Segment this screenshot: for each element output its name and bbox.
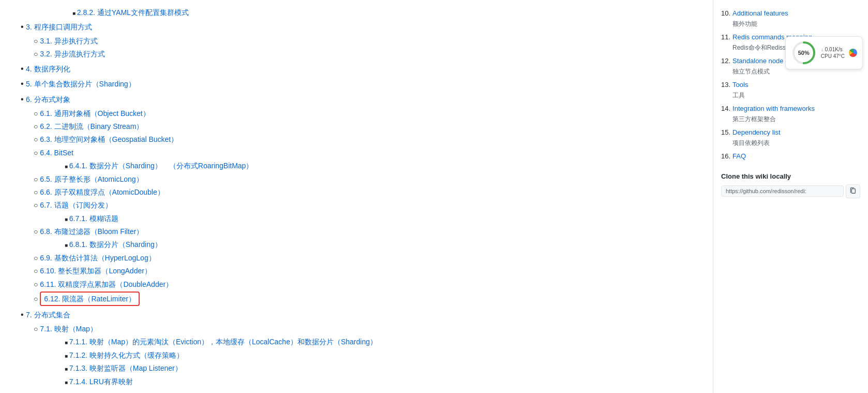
toc-link[interactable]: 5. 单个集合数据分片（Sharding） [26, 80, 136, 88]
toc-main-link[interactable]: Tools [732, 80, 748, 91]
highlighted-item: 6.12. 限流器（RateLimiter） [40, 292, 140, 306]
sidebar-toc-item-10: 10. Additional features 额外功能 [721, 8, 860, 29]
toc-link[interactable]: 6. 分布式对象 [26, 95, 70, 104]
toc-link[interactable]: 6.8.1. 数据分片（Sharding） [69, 240, 162, 249]
toc-num: 15. [721, 127, 730, 138]
list-item: 6.2. 二进制流（Binary Stream） [31, 121, 702, 132]
toc-link[interactable]: 6.9. 基数估计算法（HyperLogLog） [40, 254, 155, 262]
clone-url-input[interactable] [721, 185, 844, 197]
list-item: 6.4.1. 数据分片（Sharding） （分布式RoaringBitMap） [65, 160, 702, 171]
level2-group: 3.1. 异步执行方式 3.2. 异步流执行方式 [21, 35, 702, 60]
toc-main-link[interactable]: Dependency list [732, 127, 781, 138]
level3-group: 6.4.1. 数据分片（Sharding） （分布式RoaringBitMap） [44, 160, 702, 171]
main-content: 2.8.2. 通过YAML文件配置集群模式 3. 程序接口调用方式 3.1. 异… [0, 0, 713, 393]
list-item: 7.1.2. 映射持久化方式（缓存策略） [65, 350, 702, 361]
list-item: 3. 程序接口调用方式 3.1. 异步执行方式 3.2. 异步流执行方式 [21, 20, 702, 60]
toc-num: 10. [721, 8, 730, 19]
sidebar-toc-item-13: 13. Tools 工具 [721, 80, 860, 100]
list-item: 7.1.4. LRU有界映射 [65, 376, 702, 387]
toc-num: 11. [721, 32, 730, 43]
toc-link[interactable]: 6.4. BitSet [40, 149, 73, 157]
toc-link[interactable]: 6.2. 二进制流（Binary Stream） [40, 122, 143, 130]
svg-rect-0 [851, 188, 855, 193]
list-item: 6.4. BitSet 6.4.1. 数据分片（Sharding） （分布式Ro… [31, 147, 702, 172]
cpu-label: CPU 47°C [821, 53, 845, 59]
toc-main-link[interactable]: FAQ [732, 151, 746, 162]
toc-sub-label: 项目依赖列表 [732, 138, 860, 148]
system-monitor: 50% ↓ 0.01K/s CPU 47°C [785, 36, 863, 69]
list-item: 6.10. 整长型累加器（LongAdder） [31, 265, 702, 276]
level2-group: 6.1. 通用对象桶（Object Bucket） 6.2. 二进制流（Bina… [21, 108, 702, 307]
toc-num: 16. [721, 151, 730, 162]
sidebar-toc-item-15: 15. Dependency list 项目依赖列表 [721, 127, 860, 148]
toc-sub-label: 工具 [732, 91, 860, 100]
toc-link[interactable]: 6.7. 话题（订阅分发） [40, 201, 112, 209]
list-item: 7. 分布式集合 7.1. 映射（Map） 7.1.1. 映射（Map）的元素淘… [21, 308, 702, 387]
list-item: 6.12. 限流器（RateLimiter） [31, 292, 702, 306]
toc-link[interactable]: 7.1.2. 映射持久化方式（缓存策略） [69, 351, 184, 359]
toc-link[interactable]: 6.3. 地理空间对象桶（Geospatial Bucket） [40, 135, 178, 143]
percent-label: 50% [798, 50, 810, 56]
level3-group: 2.8.2. 通过YAML文件配置集群模式 [52, 7, 702, 18]
toc-main-link[interactable]: Additional features [732, 8, 788, 19]
list-item: 2.8.2. 通过YAML文件配置集群模式 [72, 7, 702, 18]
toc-main-link[interactable]: Standalone node [732, 56, 783, 67]
list-item: 6.1. 通用对象桶（Object Bucket） [31, 108, 702, 119]
speed-stat: ↓ 0.01K/s [821, 47, 845, 52]
monitor-stats: ↓ 0.01K/s CPU 47°C [821, 47, 845, 59]
toc-sub-label: 额外功能 [732, 19, 860, 29]
toc-main-link[interactable]: Integration with frameworks [732, 104, 815, 114]
list-item: 4. 数据序列化 [21, 62, 702, 76]
sidebar-toc-item-14: 14. Integration with frameworks 第三方框架整合 [721, 104, 860, 124]
toc-link[interactable]: 6.10. 整长型累加器（LongAdder） [40, 267, 152, 275]
down-arrow-icon: ↓ [821, 47, 824, 52]
list-item: 6.5. 原子整长形（AtomicLong） [31, 173, 702, 185]
toc-link[interactable]: 6.11. 双精度浮点累加器（DoubleAdder） [40, 280, 173, 288]
toc-link[interactable]: 4. 数据序列化 [26, 65, 70, 73]
toc-link[interactable]: 6.5. 原子整长形（AtomicLong） [40, 175, 143, 183]
cpu-stat: CPU 47°C [821, 53, 845, 59]
list-item: 7.1.1. 映射（Map）的元素淘汰（Eviction），本地缓存（Local… [65, 336, 702, 347]
sidebar-toc: 10. Additional features 额外功能 11. Redis c… [721, 8, 860, 162]
list-item: 6. 分布式对象 6.1. 通用对象桶（Object Bucket） 6.2. … [21, 93, 702, 306]
toc-num: 14. [721, 104, 730, 114]
level3-group: 6.7.1. 模糊话题 [44, 213, 702, 224]
clone-section: Clone this wiki locally [721, 172, 860, 198]
speed-value: 0.01K/s [825, 47, 843, 52]
list-item: 6.11. 双精度浮点累加器（DoubleAdder） [31, 279, 702, 290]
toc-link[interactable]: 6.8. 布隆过滤器（Bloom Filter） [40, 227, 143, 236]
clone-input-row [721, 184, 860, 198]
list-item: 6.8. 布隆过滤器（Bloom Filter） 6.8.1. 数据分片（Sha… [31, 226, 702, 251]
toc-num: 13. [721, 80, 730, 91]
sidebar-toc-item-16: 16. FAQ [721, 151, 860, 162]
list-item: 6.7.1. 模糊话题 [65, 213, 702, 224]
list-item: 7.1.3. 映射监听器（Map Listener） [65, 362, 702, 374]
toc-link[interactable]: 7.1.4. LRU有界映射 [69, 377, 133, 386]
level2-group: 7.1. 映射（Map） 7.1.1. 映射（Map）的元素淘汰（Evictio… [21, 323, 702, 387]
toc-num: 12. [721, 56, 730, 67]
toc-link[interactable]: 6.12. 限流器（RateLimiter） [44, 295, 136, 303]
level3-group: 6.8.1. 数据分片（Sharding） [44, 239, 702, 250]
toc-link[interactable]: 6.1. 通用对象桶（Object Bucket） [40, 109, 149, 118]
toc-link[interactable]: 6.7.1. 模糊话题 [69, 214, 118, 223]
toc-link[interactable]: 2.8.2. 通过YAML文件配置集群模式 [77, 8, 189, 17]
toc-link[interactable]: 7. 分布式集合 [26, 311, 70, 319]
toc-sub-label: 第三方框架整合 [732, 114, 860, 124]
list-item: 6.7. 话题（订阅分发） 6.7.1. 模糊话题 [31, 199, 702, 224]
toc-link[interactable]: 6.6. 原子双精度浮点（AtomicDouble） [40, 188, 164, 196]
toc-link[interactable]: 3.1. 异步执行方式 [40, 37, 97, 45]
toc-link[interactable]: 3.2. 异步流执行方式 [40, 50, 104, 58]
toc-link[interactable]: 7.1.1. 映射（Map）的元素淘汰（Eviction），本地缓存（Local… [69, 338, 377, 346]
level3-group: 7.1.1. 映射（Map）的元素淘汰（Eviction），本地缓存（Local… [44, 336, 702, 387]
toc-link[interactable]: 7.1.3. 映射监听器（Map Listener） [69, 364, 182, 372]
chrome-icon [849, 49, 857, 57]
copy-button[interactable] [846, 184, 860, 198]
list-item: 3.1. 异步执行方式 [31, 35, 702, 47]
toc-list: 2.8.2. 通过YAML文件配置集群模式 3. 程序接口调用方式 3.1. 异… [21, 7, 702, 387]
list-item: 6.6. 原子双精度浮点（AtomicDouble） [31, 186, 702, 198]
toc-link[interactable]: 6.4.1. 数据分片（Sharding） （分布式RoaringBitMap） [69, 162, 253, 170]
list-item: 6.3. 地理空间对象桶（Geospatial Bucket） [31, 134, 702, 145]
toc-link[interactable]: 3. 程序接口调用方式 [26, 23, 92, 31]
toc-link[interactable]: 7.1. 映射（Map） [40, 325, 97, 333]
list-item: 6.9. 基数估计算法（HyperLogLog） [31, 252, 702, 264]
